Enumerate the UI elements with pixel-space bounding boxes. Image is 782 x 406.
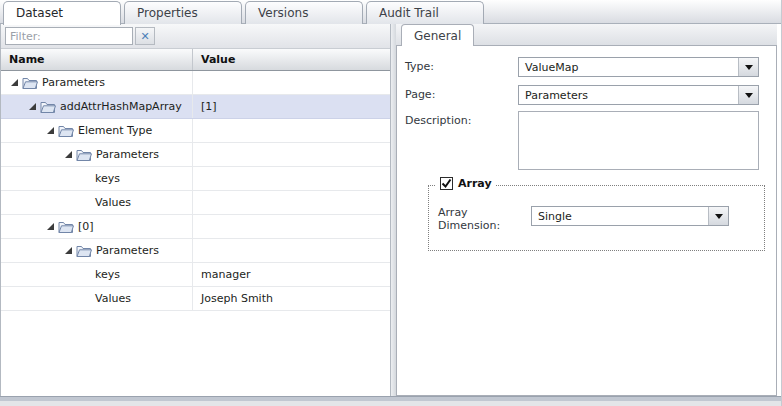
folder-icon bbox=[76, 149, 92, 161]
type-dropdown-button[interactable] bbox=[738, 58, 758, 76]
clear-filter-icon: ✕ bbox=[140, 30, 149, 43]
filter-input[interactable] bbox=[5, 27, 133, 45]
tree-node-value bbox=[193, 239, 390, 262]
tree-node-label: keys bbox=[95, 268, 120, 281]
tree-table-header: Name Value bbox=[1, 49, 390, 71]
column-header-value[interactable]: Value bbox=[193, 49, 390, 70]
tab-properties[interactable]: Properties bbox=[124, 1, 242, 24]
expand-triangle-icon[interactable] bbox=[47, 223, 54, 230]
expand-triangle-icon[interactable] bbox=[29, 103, 36, 110]
array-dimension-dropdown-button[interactable] bbox=[708, 207, 728, 225]
tree-node-label: Parameters bbox=[96, 148, 159, 161]
window-bottom-edge bbox=[0, 401, 781, 406]
dropdown-arrow-icon bbox=[745, 65, 753, 70]
table-row[interactable]: Parameters bbox=[1, 239, 390, 263]
tree-name-cell: addAttrHashMapArray bbox=[1, 95, 193, 118]
dataset-panel: ✕ Name Value ParametersaddAttrHashMapArr… bbox=[0, 24, 391, 396]
page-dropdown-button[interactable] bbox=[738, 86, 758, 104]
detail-panel: General Type: ValueMap Page: Parameters … bbox=[396, 24, 777, 396]
tree-name-cell: Element Type bbox=[1, 119, 193, 142]
tab-dataset[interactable]: Dataset bbox=[3, 1, 121, 25]
type-label: Type: bbox=[405, 60, 434, 73]
page-dropdown-value: Parameters bbox=[519, 86, 738, 104]
tree-node-value bbox=[193, 215, 390, 238]
filter-toolbar: ✕ bbox=[1, 24, 390, 49]
array-dimension-label: Array Dimension: bbox=[438, 206, 514, 232]
tree-node-label: Parameters bbox=[96, 244, 159, 257]
tree-node-value: manager bbox=[193, 263, 390, 286]
table-row[interactable]: keys bbox=[1, 167, 390, 191]
dropdown-arrow-icon bbox=[745, 93, 753, 98]
dataset-editor-window: Dataset Properties Versions Audit Trail … bbox=[0, 0, 782, 406]
description-field[interactable] bbox=[518, 111, 759, 170]
table-row[interactable]: keysmanager bbox=[1, 263, 390, 287]
tree-node-label: [0] bbox=[78, 220, 94, 233]
tree-node-value: Joseph Smith bbox=[193, 287, 390, 310]
expand-triangle-icon[interactable] bbox=[65, 151, 72, 158]
checkmark-icon bbox=[441, 178, 452, 189]
tree-node-label: Parameters bbox=[42, 76, 105, 89]
tree-name-cell: Values bbox=[1, 191, 193, 214]
clear-filter-button[interactable]: ✕ bbox=[135, 27, 155, 45]
tree-name-cell: keys bbox=[1, 263, 193, 286]
expand-triangle-icon[interactable] bbox=[65, 247, 72, 254]
tree-node-value bbox=[193, 167, 390, 190]
array-group-legend: Array bbox=[436, 177, 496, 190]
main-tab-bar: Dataset Properties Versions Audit Trail bbox=[0, 0, 782, 24]
array-group-title: Array bbox=[458, 177, 492, 190]
tree-name-cell: Parameters bbox=[1, 239, 193, 262]
table-row[interactable]: addAttrHashMapArray[1] bbox=[1, 95, 390, 119]
tree-node-value bbox=[193, 71, 390, 94]
tree-name-cell: [0] bbox=[1, 215, 193, 238]
tree-name-cell: Parameters bbox=[1, 71, 193, 94]
tree-name-cell: Parameters bbox=[1, 143, 193, 166]
array-dimension-value: Single bbox=[532, 207, 708, 225]
description-label: Description: bbox=[405, 114, 471, 127]
page-label: Page: bbox=[405, 88, 435, 101]
tree-node-value bbox=[193, 143, 390, 166]
tree-name-cell: keys bbox=[1, 167, 193, 190]
tree-node-value bbox=[193, 191, 390, 214]
table-row[interactable]: ValuesJoseph Smith bbox=[1, 287, 390, 311]
table-row[interactable]: Parameters bbox=[1, 71, 390, 95]
dropdown-arrow-icon bbox=[715, 214, 723, 219]
tab-audit-trail[interactable]: Audit Trail bbox=[366, 1, 484, 24]
tree-node-label: keys bbox=[95, 172, 120, 185]
table-row[interactable]: Element Type bbox=[1, 119, 390, 143]
folder-icon bbox=[58, 125, 74, 137]
tree-table: ParametersaddAttrHashMapArray[1]Element … bbox=[1, 71, 390, 311]
expand-triangle-icon[interactable] bbox=[47, 127, 54, 134]
tree-node-label: Values bbox=[95, 292, 131, 305]
tree-node-label: Element Type bbox=[78, 124, 152, 137]
array-dimension-dropdown[interactable]: Single bbox=[531, 206, 729, 226]
tree-node-label: addAttrHashMapArray bbox=[60, 100, 182, 113]
tree-node-label: Values bbox=[95, 196, 131, 209]
type-dropdown-value: ValueMap bbox=[519, 58, 738, 76]
array-group: Array Array Dimension: Single bbox=[428, 185, 765, 251]
tab-general[interactable]: General bbox=[401, 24, 474, 46]
table-row[interactable]: Values bbox=[1, 191, 390, 215]
folder-icon bbox=[22, 77, 38, 89]
type-dropdown[interactable]: ValueMap bbox=[518, 57, 759, 77]
tab-versions[interactable]: Versions bbox=[245, 1, 363, 24]
page-dropdown[interactable]: Parameters bbox=[518, 85, 759, 105]
expand-triangle-icon[interactable] bbox=[11, 79, 18, 86]
general-form: Type: ValueMap Page: Parameters Descript… bbox=[396, 45, 777, 396]
array-checkbox[interactable] bbox=[440, 177, 453, 190]
column-header-name[interactable]: Name bbox=[1, 49, 193, 70]
folder-icon bbox=[76, 245, 92, 257]
folder-icon bbox=[58, 221, 74, 233]
tree-node-value: [1] bbox=[193, 95, 390, 118]
folder-icon bbox=[40, 101, 56, 113]
table-row[interactable]: [0] bbox=[1, 215, 390, 239]
table-row[interactable]: Parameters bbox=[1, 143, 390, 167]
tree-node-value bbox=[193, 119, 390, 142]
tree-name-cell: Values bbox=[1, 287, 193, 310]
